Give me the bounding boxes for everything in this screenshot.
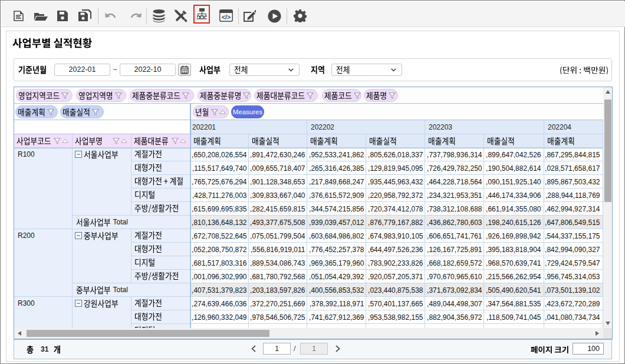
svg-text:</>: </>: [222, 14, 231, 21]
